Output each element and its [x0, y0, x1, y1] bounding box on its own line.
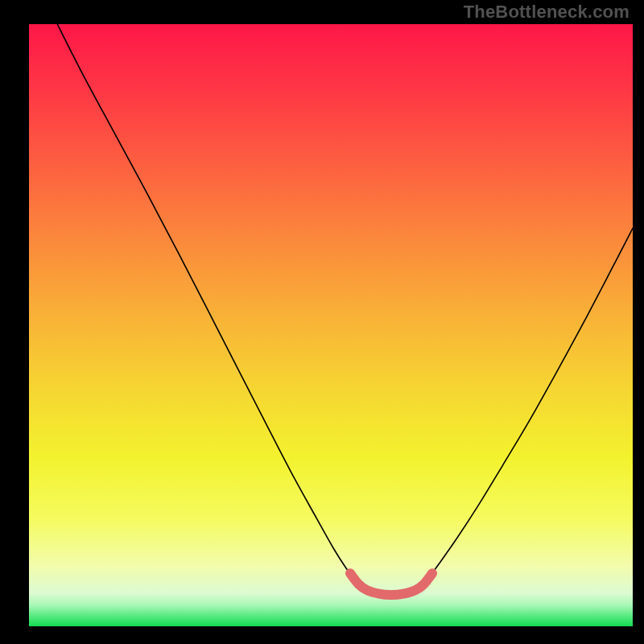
- curves-svg: [29, 24, 633, 626]
- chart-container: TheBottleneck.com: [0, 0, 644, 644]
- plot-area: [29, 24, 633, 626]
- valley-arc: [350, 573, 432, 595]
- curve-left: [57, 24, 355, 580]
- watermark-text: TheBottleneck.com: [464, 2, 630, 23]
- curve-right: [427, 229, 633, 580]
